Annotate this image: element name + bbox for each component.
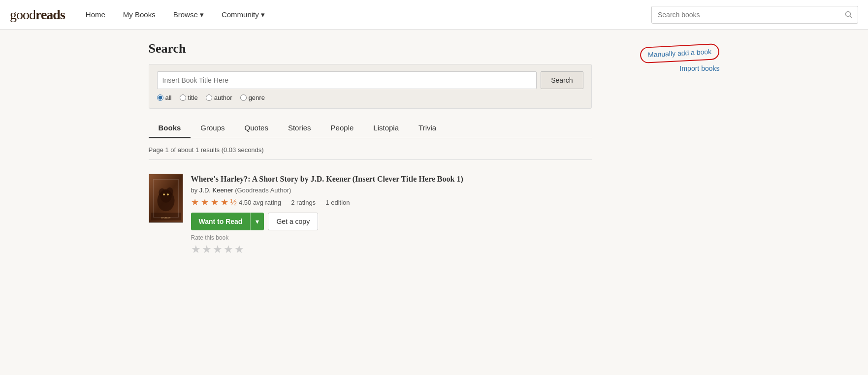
get-copy-button[interactable]: Get a copy bbox=[268, 213, 318, 230]
logo[interactable]: goodreads bbox=[10, 7, 65, 23]
svg-point-9 bbox=[166, 193, 168, 195]
content-area: Search Search all title author bbox=[149, 41, 592, 266]
svg-line-1 bbox=[850, 16, 852, 18]
nav-search-input[interactable] bbox=[652, 6, 840, 23]
svg-point-4 bbox=[157, 190, 174, 211]
book-result: HARLEY Where's Harley?: A Short Story by… bbox=[149, 166, 592, 266]
search-icon bbox=[845, 11, 853, 19]
book-search-input[interactable] bbox=[157, 71, 537, 89]
star-1: ★ bbox=[191, 197, 199, 208]
rate-this-book-label: Rate this book bbox=[191, 234, 592, 241]
svg-point-6 bbox=[166, 188, 173, 196]
rate-star-5[interactable]: ★ bbox=[234, 243, 244, 256]
logo-reads: reads bbox=[35, 7, 65, 22]
want-to-read-group: Want to Read ▾ bbox=[191, 213, 264, 230]
nav-search-button[interactable] bbox=[840, 6, 858, 23]
svg-point-5 bbox=[159, 188, 165, 197]
sidebar: Manually add a book Import books bbox=[611, 41, 720, 266]
search-button[interactable]: Search bbox=[541, 71, 583, 89]
rate-star-3[interactable]: ★ bbox=[213, 243, 223, 256]
tab-people[interactable]: People bbox=[321, 119, 364, 138]
import-books-link[interactable]: Import books bbox=[680, 64, 720, 72]
star-2: ★ bbox=[201, 197, 209, 208]
rate-star-4[interactable]: ★ bbox=[224, 243, 233, 256]
tab-quotes[interactable]: Quotes bbox=[235, 119, 278, 138]
radio-all[interactable]: all bbox=[157, 94, 172, 101]
star-4: ★ bbox=[221, 197, 228, 208]
rating-text: 4.50 avg rating — 2 ratings — 1 edition bbox=[239, 199, 350, 206]
search-radio-row: all title author genre bbox=[157, 94, 583, 101]
book-author: by J.D. Keener (Goodreads Author) bbox=[191, 187, 592, 194]
navbar: goodreads Home My Books Browse ▾ Communi… bbox=[0, 0, 868, 30]
nav-community[interactable]: Community ▾ bbox=[213, 0, 274, 30]
rate-star-1[interactable]: ★ bbox=[191, 243, 201, 256]
book-cover[interactable]: HARLEY bbox=[149, 174, 183, 223]
svg-point-7 bbox=[160, 189, 171, 203]
tab-trivia[interactable]: Trivia bbox=[409, 119, 446, 138]
manually-add-wrapper: Manually add a book Import books bbox=[611, 45, 720, 72]
svg-rect-3 bbox=[149, 174, 183, 222]
nav-browse[interactable]: Browse ▾ bbox=[164, 0, 213, 30]
action-row: Want to Read ▾ Get a copy bbox=[191, 213, 592, 230]
main-container: Search Search all title author bbox=[139, 30, 730, 266]
book-cover-svg: HARLEY bbox=[149, 174, 183, 222]
radio-genre[interactable]: genre bbox=[240, 94, 265, 101]
book-title[interactable]: Where's Harley?: A Short Story by J.D. K… bbox=[191, 174, 592, 185]
search-tabs: Books Groups Quotes Stories People Listo… bbox=[149, 119, 592, 138]
svg-rect-2 bbox=[149, 174, 183, 222]
tab-stories[interactable]: Stories bbox=[278, 119, 321, 138]
tab-groups[interactable]: Groups bbox=[191, 119, 234, 138]
manually-add-link[interactable]: Manually add a book bbox=[648, 48, 712, 59]
stars-row: ★ ★ ★ ★ ½ 4.50 avg rating — 2 ratings — … bbox=[191, 197, 592, 208]
want-to-read-dropdown[interactable]: ▾ bbox=[250, 213, 264, 230]
nav-mybooks[interactable]: My Books bbox=[114, 0, 164, 30]
star-3: ★ bbox=[211, 197, 219, 208]
tab-listopia[interactable]: Listopia bbox=[363, 119, 409, 138]
logo-good: good bbox=[10, 7, 35, 22]
nav-home[interactable]: Home bbox=[77, 0, 114, 30]
svg-rect-10 bbox=[151, 213, 180, 220]
search-box-area: Search all title author genre bbox=[149, 64, 592, 109]
radio-title[interactable]: title bbox=[180, 94, 198, 101]
book-info: Where's Harley?: A Short Story by J.D. K… bbox=[191, 174, 592, 256]
manually-add-oval: Manually add a book bbox=[640, 43, 720, 63]
search-heading: Search bbox=[149, 41, 592, 56]
results-info: Page 1 of about 1 results (0.03 seconds) bbox=[149, 146, 592, 160]
star-half: ½ bbox=[230, 197, 237, 208]
tab-books[interactable]: Books bbox=[149, 119, 191, 138]
svg-point-8 bbox=[163, 193, 165, 195]
want-to-read-button[interactable]: Want to Read bbox=[191, 213, 251, 230]
nav-search-box bbox=[651, 6, 858, 24]
author-link[interactable]: J.D. Keener bbox=[199, 187, 233, 194]
book-cover-image: HARLEY bbox=[149, 174, 183, 222]
radio-author[interactable]: author bbox=[206, 94, 232, 101]
rate-stars-row: ★ ★ ★ ★ ★ bbox=[191, 243, 592, 256]
rate-star-2[interactable]: ★ bbox=[202, 243, 212, 256]
search-input-row: Search bbox=[157, 71, 583, 89]
goodreads-author-badge: (Goodreads Author) bbox=[235, 187, 291, 194]
nav-links: Home My Books Browse ▾ Community ▾ bbox=[77, 0, 651, 30]
svg-text:HARLEY: HARLEY bbox=[161, 217, 171, 219]
svg-point-0 bbox=[846, 11, 851, 16]
